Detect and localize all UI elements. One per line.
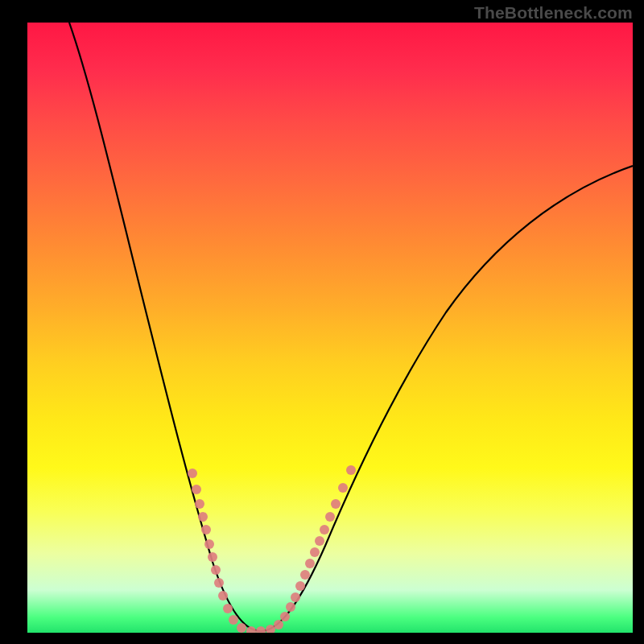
svg-point-23 (310, 547, 320, 557)
svg-point-12 (237, 623, 246, 633)
svg-point-11 (229, 615, 238, 625)
attribution-text: TheBottleneck.com (474, 3, 633, 23)
svg-point-10 (223, 604, 233, 613)
svg-point-29 (346, 465, 356, 475)
svg-point-16 (274, 620, 283, 630)
svg-point-14 (256, 626, 266, 633)
svg-point-7 (211, 565, 221, 575)
svg-point-20 (295, 581, 305, 591)
svg-point-17 (280, 612, 290, 621)
svg-point-26 (325, 512, 335, 522)
bottleneck-curve (69, 23, 633, 631)
svg-point-1 (192, 485, 201, 494)
svg-point-24 (315, 536, 324, 546)
svg-point-19 (291, 592, 300, 602)
svg-point-28 (338, 483, 348, 493)
svg-point-6 (208, 552, 217, 562)
svg-point-9 (218, 591, 228, 601)
svg-point-25 (320, 525, 329, 535)
svg-point-3 (198, 512, 208, 522)
svg-point-4 (201, 525, 211, 535)
svg-point-8 (214, 578, 224, 588)
svg-point-27 (331, 499, 341, 509)
svg-point-21 (300, 570, 310, 580)
svg-point-22 (305, 559, 315, 568)
chart-frame: TheBottleneck.com (0, 0, 644, 644)
dot-cluster (188, 465, 356, 633)
svg-point-2 (195, 499, 204, 509)
svg-point-5 (204, 539, 214, 549)
chart-plot-area (27, 23, 633, 633)
chart-overlay (27, 23, 633, 633)
svg-point-0 (188, 469, 197, 478)
svg-point-18 (286, 602, 295, 612)
